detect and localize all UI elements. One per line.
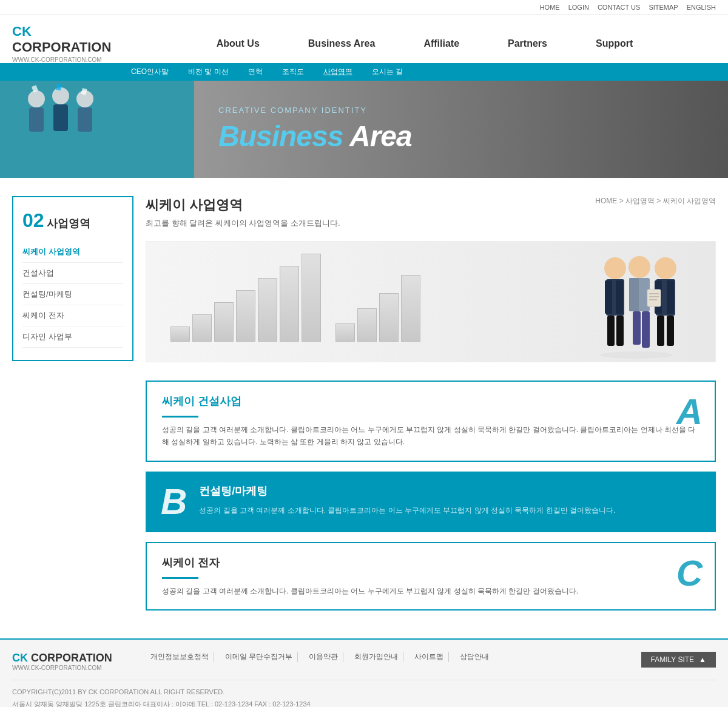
hero-box-11 [401, 275, 420, 342]
nav-business-area[interactable]: Business Area [284, 32, 400, 55]
hero-box-3 [214, 302, 234, 342]
sidebar-menu-item-2[interactable]: 컨설팅/마케팅 [22, 284, 123, 305]
page-title: 씨케이 사업영역 [146, 196, 340, 214]
logo-corp: CORPORATION [12, 39, 111, 55]
topbar-contact[interactable]: CONTACT US [598, 4, 641, 11]
banner-text: CREATIVE COMPANY IDENTITY Business Area [194, 93, 728, 165]
nav-affiliate[interactable]: Affiliate [399, 32, 484, 55]
sidebar-menu-item-3[interactable]: 씨케이 전자 [22, 305, 123, 326]
topbar-english[interactable]: ENGLISH [687, 4, 716, 11]
nav-support[interactable]: Support [571, 32, 657, 55]
sidebar-menu: 씨케이 사업영역 건설사업 컨설팅/마케팅 씨케이 전자 디자인 사업부 [22, 242, 123, 348]
svg-rect-11 [605, 280, 612, 314]
section-c-letter: C [676, 552, 703, 594]
footer-logo-area: CK CORPORATION WWW.CK-CORPORATION.COM [12, 652, 121, 671]
subnav-item-2[interactable]: 연혁 [244, 66, 266, 78]
header: CK CORPORATION WWW.CK-CORPORATION.COM Ab… [0, 15, 728, 63]
svg-point-15 [629, 256, 650, 278]
section-a: 씨케이 건설사업 성공의 길을 고객 여러분께 소개합니다. 클립아트코리아는 … [146, 381, 716, 462]
subnav-item-3[interactable]: 조직도 [278, 66, 308, 78]
footer-link-0[interactable]: 개인정보보호정책 [146, 652, 214, 662]
svg-rect-26 [647, 289, 661, 306]
subnav-item-0[interactable]: CEO인사말 [127, 66, 172, 78]
page-header: 씨케이 사업영역 최고를 향해 달려온 씨케이의 사업영역을 소개드립니다. H… [146, 196, 716, 229]
svg-rect-3 [53, 104, 68, 131]
footer-bottom: COPYRIGHT(C)2011 BY CK CORPORATION ALL R… [12, 686, 716, 707]
hero-box-9 [357, 308, 377, 342]
footer: CK CORPORATION WWW.CK-CORPORATION.COM 개인… [0, 638, 728, 707]
svg-point-20 [655, 257, 676, 279]
hero-box-1 [170, 326, 190, 342]
family-site-label: FAMILY SITE [651, 655, 695, 664]
sidebar-menu-item-0[interactable]: 씨케이 사업영역 [22, 242, 123, 263]
banner: CREATIVE COMPANY IDENTITY Business Area [0, 81, 728, 178]
section-c-title: 씨케이 전자 [162, 555, 699, 570]
sidebar-title: 사업영역 [47, 217, 90, 229]
banner-title-2: Area [349, 120, 412, 152]
svg-point-9 [604, 257, 626, 279]
sidebar-box: 02사업영역 씨케이 사업영역 건설사업 컨설팅/마케팅 씨케이 전자 디자인 … [12, 196, 133, 361]
section-b-letter: B [161, 484, 187, 520]
logo-area: CK CORPORATION WWW.CK-CORPORATION.COM [12, 24, 133, 63]
section-b-text: 성공의 길을 고객 여러분께 소개합니다. 클립아트코리아는 어느 누구에게도 … [199, 504, 701, 516]
footer-link-3[interactable]: 회원가입안내 [349, 652, 403, 662]
main-nav: About Us Business Area Affiliate Partner… [133, 32, 716, 55]
svg-rect-19 [642, 311, 650, 348]
banner-image [0, 81, 194, 178]
sidebar-menu-item-4[interactable]: 디자인 사업부 [22, 326, 123, 348]
topbar-sitemap[interactable]: SITEMAP [649, 4, 678, 11]
topbar-login[interactable]: LOGIN [568, 4, 589, 11]
footer-link-5[interactable]: 상담안내 [455, 652, 494, 662]
footer-logo: CK CORPORATION [12, 652, 121, 665]
sub-nav: CEO인사말 비전 및 미션 연혁 조직도 사업영역 오시는 길 [0, 63, 728, 81]
hero-box-2 [192, 314, 212, 342]
section-a-divider [162, 416, 198, 418]
nav-partners[interactable]: Partners [484, 32, 571, 55]
svg-rect-24 [657, 316, 664, 346]
section-c-text: 성공의 길을 고객 여러분께 소개합니다. 클립아트코리아는 어느 누구에게도 … [162, 585, 699, 597]
svg-rect-25 [667, 316, 674, 346]
subnav-item-4[interactable]: 사업영역 [320, 66, 356, 78]
section-a-text: 성공의 길을 고객 여러분께 소개합니다. 클립아트코리아는 어느 누구에게도 … [162, 424, 699, 448]
family-site-button[interactable]: FAMILY SITE ▲ [641, 652, 716, 668]
hero-box-10 [379, 293, 399, 342]
hero-box-6 [280, 266, 299, 342]
banner-title-1: Business [218, 120, 343, 152]
sidebar-number: 02 [22, 209, 44, 231]
section-b: B 컨설팅/마케팅 성공의 길을 고객 여러분께 소개합니다. 클립아트코리아는… [146, 472, 716, 532]
nav-about-us[interactable]: About Us [192, 32, 284, 55]
hero-people-image [582, 244, 691, 359]
footer-logo-corp: CORPORATION [28, 652, 112, 664]
svg-rect-18 [633, 311, 641, 345]
svg-point-0 [28, 90, 45, 107]
topbar-home[interactable]: HOME [540, 4, 560, 11]
section-b-content: 컨설팅/마케팅 성공의 길을 고객 여러분께 소개합니다. 클립아트코리아는 어… [199, 484, 701, 516]
content-area: 02사업영역 씨케이 사업영역 건설사업 컨설팅/마케팅 씨케이 전자 디자인 … [0, 178, 728, 638]
page-title-area: 씨케이 사업영역 최고를 향해 달려온 씨케이의 사업영역을 소개드립니다. [146, 196, 340, 229]
breadcrumb: HOME > 사업영역 > 씨케이 사업영역 [595, 196, 716, 206]
logo-sub: WWW.CK-CORPORATION.COM [12, 56, 133, 63]
hero-people [582, 244, 691, 362]
footer-family: FAMILY SITE ▲ [641, 652, 716, 671]
svg-rect-23 [667, 280, 674, 314]
subnav-item-5[interactable]: 오시는 길 [368, 66, 406, 78]
footer-link-1[interactable]: 이메일 무단수집거부 [220, 652, 298, 662]
svg-rect-13 [607, 316, 615, 346]
footer-link-4[interactable]: 사이트맵 [410, 652, 449, 662]
section-a-title: 씨케이 건설사업 [162, 394, 699, 408]
sidebar: 02사업영역 씨케이 사업영역 건설사업 컨설팅/마케팅 씨케이 전자 디자인 … [12, 196, 133, 620]
sidebar-menu-item-1[interactable]: 건설사업 [22, 263, 123, 284]
top-bar: HOME LOGIN CONTACT US SITEMAP ENGLISH [0, 0, 728, 15]
svg-rect-12 [616, 280, 623, 314]
svg-point-30 [600, 351, 673, 359]
subnav-item-1[interactable]: 비전 및 미션 [184, 66, 232, 78]
svg-rect-14 [616, 316, 624, 346]
footer-copy-1: COPYRIGHT(C)2011 BY CK CORPORATION ALL R… [12, 686, 716, 699]
section-a-letter: A [676, 391, 703, 433]
hero-box-8 [335, 323, 355, 342]
main-content: 씨케이 사업영역 최고를 향해 달려온 씨케이의 사업영역을 소개드립니다. H… [146, 196, 716, 620]
svg-rect-17 [629, 278, 639, 311]
footer-link-2[interactable]: 이용약관 [304, 652, 343, 662]
chevron-up-icon: ▲ [699, 655, 706, 664]
section-b-title: 컨설팅/마케팅 [199, 484, 701, 498]
